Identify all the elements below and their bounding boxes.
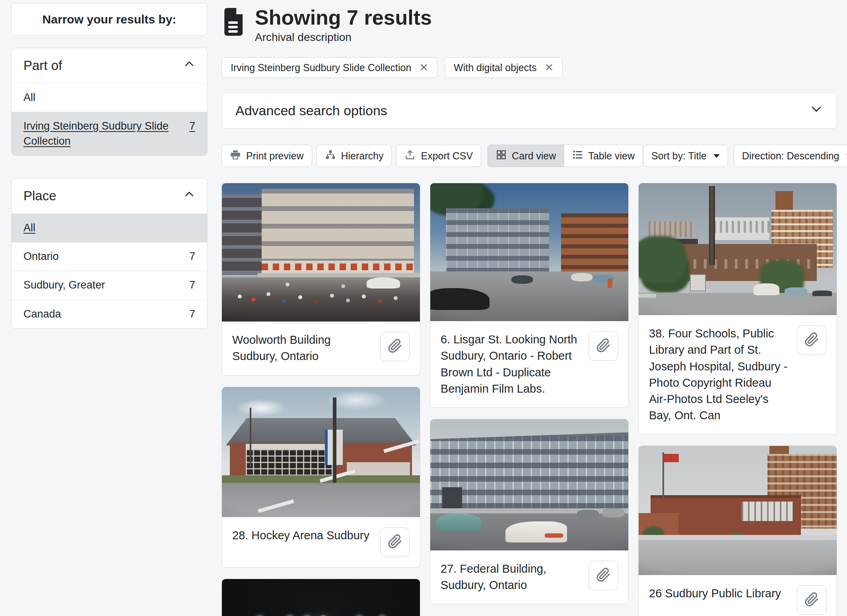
result-thumbnail[interactable]	[222, 387, 420, 517]
result-card-body: Woolworth Building Sudbury, Ontario	[222, 322, 420, 375]
paperclip-icon	[388, 534, 402, 550]
facet-place-title: Place	[23, 188, 56, 203]
print-preview-button[interactable]: Print preview	[221, 145, 312, 167]
digital-object-button[interactable]	[589, 331, 618, 361]
document-icon	[221, 6, 245, 39]
filters-sidebar: Narrow your results by: Part of All Irvi…	[11, 3, 208, 616]
facet-item-all[interactable]: All	[12, 83, 207, 112]
filter-tag-digital-objects: With digital objects ✕	[445, 57, 563, 78]
filter-tag-label: With digital objects	[454, 62, 536, 74]
facet-part-of-title: Part of	[23, 58, 62, 73]
result-thumbnail[interactable]	[430, 183, 628, 321]
facet-part-of-header[interactable]: Part of	[12, 48, 207, 83]
direction-dropdown[interactable]: Direction: Descending	[734, 145, 847, 167]
hierarchy-button[interactable]: Hierarchy	[317, 145, 392, 167]
facet-place-header[interactable]: Place	[12, 178, 207, 213]
result-card-body: 28. Hockey Arena Sudbury	[222, 517, 420, 567]
paperclip-icon	[596, 568, 611, 583]
facet-part-of: Part of All Irving Steinberg Sudbury Sli…	[11, 48, 208, 156]
result-thumbnail[interactable]	[222, 579, 420, 616]
advanced-search-toggle[interactable]: Advanced search options	[221, 92, 837, 129]
facet-item-all[interactable]: All	[12, 213, 207, 242]
facet-part-of-list: All Irving Steinberg Sudbury Slide Colle…	[12, 83, 207, 155]
digital-object-button[interactable]	[589, 561, 618, 590]
facet-item-collection[interactable]: Irving Steinberg Sudbury Slide Collectio…	[12, 112, 207, 155]
hierarchy-icon	[325, 149, 336, 163]
result-title[interactable]: 27. Federal Building, Sudbury, Ontario	[441, 561, 581, 593]
chevron-up-icon	[183, 188, 195, 203]
facet-item-count: 7	[189, 307, 195, 322]
result-card-body: 38. Four Schools, Public Library and Par…	[639, 315, 837, 434]
result-card: 26 Sudbury Public Library	[638, 446, 837, 616]
results-toolbar: Print preview Hierarchy	[221, 145, 837, 167]
result-thumbnail[interactable]	[430, 419, 628, 550]
result-card: Woolworth Building Sudbury, Ontario	[221, 183, 420, 375]
close-icon[interactable]: ✕	[544, 62, 554, 73]
direction-label: Direction: Descending	[742, 150, 839, 162]
advanced-search-label: Advanced search options	[235, 103, 387, 118]
table-view-label: Table view	[588, 150, 635, 162]
sort-controls: Sort by: Title Direction: Descending	[643, 145, 847, 167]
digital-object-button[interactable]	[380, 527, 410, 557]
facet-item-label: Irving Steinberg Sudbury Slide Collectio…	[23, 119, 181, 149]
result-card: 6. Lisgar St. Looking North Sudbury, Ont…	[430, 183, 629, 408]
facet-item-ontario[interactable]: Ontario 7	[12, 242, 207, 271]
page: Narrow your results by: Part of All Irvi…	[0, 0, 847, 616]
export-csv-button[interactable]: Export CSV	[396, 145, 481, 167]
paperclip-icon	[596, 338, 611, 354]
result-thumbnail[interactable]	[639, 446, 837, 575]
result-card-body: 26 Sudbury Public Library	[639, 575, 837, 616]
narrow-results-heading: Narrow your results by:	[11, 3, 208, 36]
facet-item-label: All	[23, 90, 35, 105]
filter-tags: Irving Steinberg Sudbury Slide Collectio…	[221, 57, 837, 78]
result-title[interactable]: Woolworth Building Sudbury, Ontario	[232, 332, 373, 364]
result-thumbnail[interactable]	[639, 183, 837, 315]
page-subtitle: Archival description	[255, 31, 432, 44]
upload-icon	[404, 149, 416, 163]
result-title[interactable]: 6. Lisgar St. Looking North Sudbury, Ont…	[441, 331, 581, 397]
digital-object-button[interactable]	[797, 585, 826, 615]
result-card-body: 27. Federal Building, Sudbury, Ontario	[430, 550, 628, 604]
page-title: Showing 7 results	[255, 6, 432, 29]
digital-object-button[interactable]	[380, 332, 410, 361]
sort-by-label: Sort by: Title	[651, 150, 707, 162]
paperclip-icon	[388, 339, 402, 354]
card-view-label: Card view	[512, 150, 556, 162]
result-title[interactable]: 28. Hockey Arena Sudbury	[232, 527, 369, 544]
result-title[interactable]: 38. Four Schools, Public Library and Par…	[649, 325, 790, 424]
paperclip-icon	[804, 332, 819, 348]
facet-item-label: All	[23, 221, 35, 235]
filter-tag-collection: Irving Steinberg Sudbury Slide Collectio…	[221, 57, 437, 78]
caret-down-icon	[713, 154, 720, 158]
result-thumbnail[interactable]	[222, 183, 420, 322]
result-card: 38. Four Schools, Public Library and Par…	[638, 183, 837, 434]
facet-place: Place All Ontario 7 Sudbury, Greater 7	[11, 178, 208, 329]
facet-item-count: 7	[189, 249, 195, 264]
digital-object-button[interactable]	[797, 325, 826, 355]
hierarchy-label: Hierarchy	[341, 150, 384, 162]
result-card-body: 6. Lisgar St. Looking North Sudbury, Ont…	[430, 321, 628, 407]
facet-item-sudbury-greater[interactable]: Sudbury, Greater 7	[12, 271, 207, 299]
facet-place-list: All Ontario 7 Sudbury, Greater 7 Canada …	[12, 213, 207, 328]
export-csv-label: Export CSV	[421, 150, 473, 162]
result-card: 28. Hockey Arena Sudbury	[221, 387, 420, 568]
filter-tag-label: Irving Steinberg Sudbury Slide Collectio…	[231, 62, 411, 74]
grid-column: 6. Lisgar St. Looking North Sudbury, Ont…	[430, 183, 629, 604]
result-card: 27. Federal Building, Sudbury, Ontario	[430, 419, 629, 604]
facet-item-label: Canada	[23, 307, 61, 322]
close-icon[interactable]: ✕	[419, 62, 428, 73]
chevron-down-icon	[810, 102, 823, 119]
list-icon	[572, 149, 583, 163]
facet-item-label: Ontario	[23, 249, 59, 264]
grid-column: Woolworth Building Sudbury, Ontario	[221, 183, 420, 616]
paperclip-icon	[804, 592, 819, 608]
card-view-button[interactable]: Card view	[488, 145, 564, 167]
facet-item-label: Sudbury, Greater	[23, 278, 105, 293]
result-title[interactable]: 26 Sudbury Public Library	[649, 585, 781, 602]
table-view-button[interactable]: Table view	[564, 145, 643, 167]
sort-by-dropdown[interactable]: Sort by: Title	[643, 145, 728, 167]
results-header: Showing 7 results Archival description	[221, 6, 837, 44]
facet-item-canada[interactable]: Canada 7	[12, 300, 207, 328]
facet-item-count: 7	[189, 278, 195, 293]
view-switcher: Card view Table view	[488, 145, 643, 167]
